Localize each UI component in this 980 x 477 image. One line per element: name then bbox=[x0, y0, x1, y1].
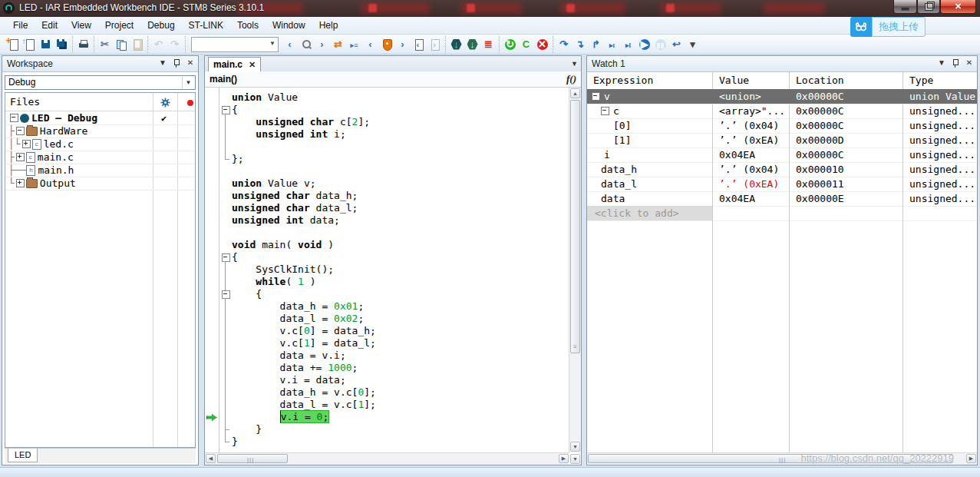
watch-add-row[interactable]: <click to add> bbox=[587, 206, 977, 221]
chevron-down-icon[interactable]: ▼ bbox=[267, 38, 278, 50]
code-line[interactable]: { bbox=[232, 104, 569, 116]
function-list-icon[interactable]: f() bbox=[566, 71, 576, 87]
code-line[interactable]: data_h = v.c[0]; bbox=[232, 386, 569, 399]
step-over-button[interactable]: ↷ bbox=[556, 37, 572, 52]
workspace-tree-item-output[interactable]: └Output bbox=[5, 177, 195, 190]
menu-item-help[interactable]: Help bbox=[312, 18, 345, 33]
code-line[interactable]: data = v.i; bbox=[232, 349, 569, 362]
scroll-up-icon[interactable]: ▲ bbox=[570, 88, 580, 98]
debug-without-downloading-button[interactable]: ↓ bbox=[464, 37, 480, 52]
step-out-button[interactable]: ↱ bbox=[588, 37, 604, 52]
code-line[interactable]: while( 1 ) bbox=[232, 276, 569, 288]
code-line[interactable]: data_l = 0x02; bbox=[232, 313, 569, 325]
find-button[interactable] bbox=[298, 37, 314, 52]
workspace-tab-led[interactable]: LED bbox=[8, 449, 38, 462]
menu-item-view[interactable]: View bbox=[64, 18, 98, 33]
make-button[interactable]: ≣ bbox=[480, 37, 497, 52]
scroll-right-icon[interactable]: ▶ bbox=[966, 454, 976, 463]
code-line[interactable]: unsigned int i; bbox=[232, 128, 569, 141]
collapse-icon[interactable] bbox=[16, 127, 25, 135]
code-line[interactable]: data += 1000; bbox=[232, 362, 569, 374]
watch-row-1[interactable]: [1]’.’ (0xEA)0x00000Dunsigned... bbox=[587, 133, 977, 148]
maximize-button[interactable] bbox=[917, 0, 940, 14]
code-line[interactable]: union Value v; bbox=[232, 177, 569, 190]
code-line[interactable] bbox=[232, 141, 569, 153]
watch-row-data-l[interactable]: data_l’.’ (0xEA)0x000011unsigned... bbox=[587, 177, 977, 192]
code-line[interactable]: unsigned char data_l; bbox=[232, 202, 569, 214]
print-button[interactable] bbox=[75, 37, 91, 52]
column-header-value[interactable]: Value bbox=[719, 72, 749, 89]
code-line[interactable] bbox=[232, 227, 569, 239]
reset-button[interactable]: ↻ bbox=[502, 37, 518, 52]
find-previous-button[interactable]: ‹ bbox=[282, 37, 298, 52]
column-header-expression[interactable]: Expression bbox=[593, 72, 653, 89]
code-line[interactable]: } bbox=[232, 423, 569, 436]
drag-upload-overlay[interactable]: 拖拽上传 bbox=[850, 17, 926, 37]
search-combobox[interactable]: ▼ bbox=[191, 37, 279, 52]
workspace-dropdown-icon[interactable]: ▼ bbox=[158, 58, 167, 68]
split-window-icon[interactable]: ▼ bbox=[570, 454, 580, 464]
code-line[interactable]: data_h = 0x01; bbox=[232, 300, 569, 313]
watch-row-i[interactable]: i0x04EA0x00000Cunsigned... bbox=[587, 147, 977, 163]
cut-button[interactable]: ✂ bbox=[97, 37, 113, 52]
scroll-left-icon[interactable]: ◀ bbox=[206, 454, 216, 463]
watch-row-data-h[interactable]: data_h’.’ (0x04)0x000010unsigned... bbox=[587, 162, 977, 177]
code-line[interactable]: union Value bbox=[232, 91, 569, 104]
collapse-icon[interactable] bbox=[10, 114, 18, 122]
stop-debugging-button[interactable]: ↩ bbox=[668, 37, 685, 52]
workspace-tree-item-led-debug[interactable]: LED – Debug✔ bbox=[5, 111, 195, 125]
menu-item-debug[interactable]: Debug bbox=[140, 18, 181, 33]
previous-bookmark-button[interactable]: ‹ bbox=[362, 37, 378, 52]
watch-pin-icon[interactable] bbox=[952, 58, 959, 68]
close-button[interactable]: ✕ bbox=[940, 0, 976, 14]
editor-tab-main-c[interactable]: main.c✕ bbox=[208, 57, 261, 72]
expand-icon[interactable] bbox=[16, 153, 25, 161]
fold-collapse-icon[interactable] bbox=[222, 106, 230, 114]
go-to-definition-button[interactable]: ▸≡ bbox=[346, 37, 362, 52]
expand-icon[interactable] bbox=[16, 179, 25, 187]
workspace-tree-item-led-c[interactable]: │└cled.c bbox=[5, 137, 195, 151]
fold-collapse-icon[interactable] bbox=[222, 290, 230, 299]
workspace-tree-item-main-c[interactable]: ├cmain.c bbox=[5, 151, 195, 164]
code-line[interactable]: v.i = data; bbox=[232, 374, 569, 386]
menu-item-edit[interactable]: Edit bbox=[35, 18, 64, 33]
restart-button[interactable]: C bbox=[518, 37, 534, 52]
workspace-tree-item-main-h[interactable]: ├──hmain.h bbox=[5, 164, 195, 177]
menu-item-project[interactable]: Project bbox=[98, 18, 140, 33]
code-line[interactable]: { bbox=[232, 251, 569, 263]
code-line[interactable]: data_l = v.c[1]; bbox=[232, 399, 569, 411]
menu-item-tools[interactable]: Tools bbox=[230, 18, 266, 33]
code-line[interactable]: unsigned char data_h; bbox=[232, 190, 569, 202]
save-all-button[interactable] bbox=[54, 37, 70, 52]
previous-file-button[interactable] bbox=[411, 37, 427, 52]
toggle-breakpoint-button[interactable] bbox=[378, 37, 394, 52]
tab-list-dropdown-icon[interactable]: ▼ bbox=[571, 60, 578, 68]
scrollbar-thumb[interactable]: ≡ bbox=[570, 100, 580, 353]
scrollbar-thumb[interactable]: ||| bbox=[217, 454, 288, 463]
next-statement-button[interactable]: ▸ı bbox=[604, 37, 620, 52]
open-document-button[interactable] bbox=[21, 37, 38, 52]
workspace-tree-item-hardware[interactable]: ├HardWare bbox=[5, 124, 195, 138]
editor-vertical-scrollbar[interactable]: ▲ ≡ ▼ bbox=[569, 88, 581, 452]
new-document-button[interactable] bbox=[5, 37, 21, 52]
workspace-close-icon[interactable]: ✕ bbox=[186, 58, 195, 68]
stop-build-button[interactable]: ✕ bbox=[534, 37, 550, 52]
watch-row-data[interactable]: data0x04EA0x00000Eunsigned... bbox=[587, 191, 977, 207]
column-divider[interactable] bbox=[789, 72, 790, 452]
go-button[interactable]: ▶ bbox=[636, 37, 652, 52]
configuration-dropdown[interactable]: Debug ▼ bbox=[5, 75, 196, 90]
gear-icon[interactable] bbox=[160, 98, 170, 108]
fold-gutter[interactable] bbox=[219, 88, 232, 452]
scroll-right-icon[interactable]: ▶ bbox=[559, 454, 569, 463]
fold-collapse-icon[interactable] bbox=[222, 253, 230, 262]
menu-item-file[interactable]: File bbox=[6, 18, 35, 33]
copy-button[interactable] bbox=[113, 37, 129, 52]
watch-row-0[interactable]: [0]’.’ (0x04)0x00000Cunsigned... bbox=[587, 118, 977, 134]
code-line[interactable]: { bbox=[232, 288, 569, 300]
expand-icon[interactable] bbox=[22, 140, 31, 148]
watch-row-c[interactable]: c<array>"...0x00000Cunsigned... bbox=[587, 104, 977, 119]
debug-menu-dropdown-button[interactable]: ▾ bbox=[685, 37, 701, 52]
watch-dropdown-icon[interactable]: ▼ bbox=[937, 58, 946, 68]
column-header-type[interactable]: Type bbox=[909, 72, 933, 89]
scroll-down-icon[interactable]: ▼ bbox=[570, 442, 580, 452]
